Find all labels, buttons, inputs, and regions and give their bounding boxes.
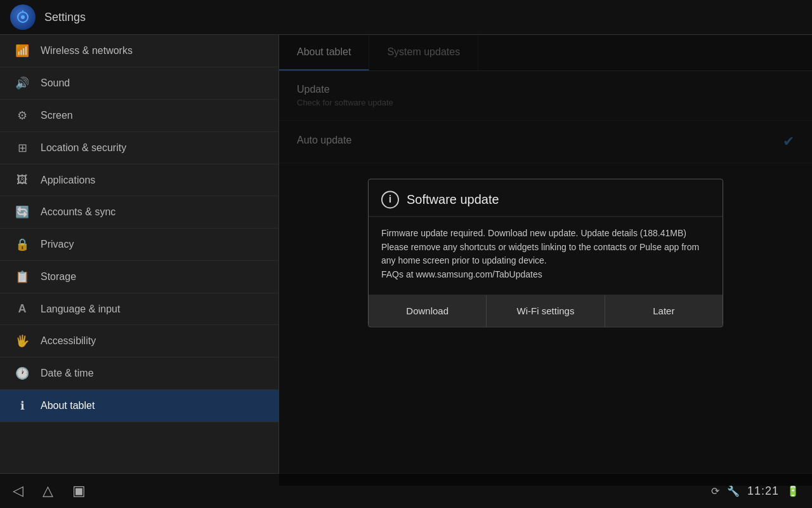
wifi-settings-button[interactable]: Wi-Fi settings <box>487 295 605 326</box>
sidebar-label-sound: Sound <box>41 77 70 89</box>
sidebar-label-storage: Storage <box>41 271 76 283</box>
sidebar: 📶 Wireless & networks 🔊 Sound ⚙ Screen ⊞… <box>0 35 279 486</box>
sidebar-item-sound[interactable]: 🔊 Sound <box>0 67 278 100</box>
accounts-icon: 🔄 <box>13 205 32 219</box>
wireless-icon: 📶 <box>13 44 32 58</box>
sidebar-item-wireless[interactable]: 📶 Wireless & networks <box>0 35 278 67</box>
sidebar-label-datetime: Date & time <box>41 368 94 379</box>
download-button[interactable]: Download <box>369 295 487 326</box>
sidebar-label-accounts: Accounts & sync <box>41 206 115 218</box>
content-area: About tablet System updates Update Check… <box>279 35 812 486</box>
sidebar-item-about[interactable]: ℹ About tablet <box>0 390 278 422</box>
sidebar-label-screen: Screen <box>41 110 73 121</box>
sidebar-item-location[interactable]: ⊞ Location & security <box>0 132 278 164</box>
main-layout: 📶 Wireless & networks 🔊 Sound ⚙ Screen ⊞… <box>0 35 812 486</box>
sidebar-label-language: Language & input <box>41 304 120 315</box>
home-button[interactable]: △ <box>43 483 53 499</box>
sidebar-label-about: About tablet <box>41 400 95 411</box>
software-update-dialog: i Software update Firmware update requir… <box>368 178 723 327</box>
sidebar-item-language[interactable]: A Language & input <box>0 293 278 325</box>
recents-button[interactable]: ▣ <box>72 483 86 499</box>
sidebar-item-accessibility[interactable]: 🖐 Accessibility <box>0 325 278 358</box>
sidebar-item-storage[interactable]: 📋 Storage <box>0 261 278 293</box>
sidebar-label-location: Location & security <box>41 142 126 154</box>
info-icon: i <box>381 190 399 208</box>
app-title: Settings <box>44 11 86 24</box>
sidebar-label-accessibility: Accessibility <box>41 335 96 347</box>
sidebar-label-privacy: Privacy <box>41 239 74 250</box>
sidebar-item-applications[interactable]: 🖼 Applications <box>0 164 278 196</box>
accessibility-icon: 🖐 <box>13 334 32 348</box>
settings-icon: 🔧 <box>727 485 740 497</box>
battery-icon: 🔋 <box>787 485 799 497</box>
top-bar: Settings <box>0 0 812 35</box>
dialog-title: Software update <box>407 192 499 207</box>
later-button[interactable]: Later <box>605 295 723 326</box>
svg-point-1 <box>21 15 25 19</box>
about-icon: ℹ <box>13 399 32 413</box>
privacy-icon: 🔒 <box>13 237 32 251</box>
screen-icon: ⚙ <box>13 109 32 123</box>
sidebar-item-accounts[interactable]: 🔄 Accounts & sync <box>0 196 278 229</box>
sound-icon: 🔊 <box>13 76 32 90</box>
dialog-body: Firmware update required. Download new u… <box>369 217 723 295</box>
location-icon: ⊞ <box>13 141 32 155</box>
sidebar-item-privacy[interactable]: 🔒 Privacy <box>0 229 278 261</box>
sidebar-label-applications: Applications <box>41 175 95 186</box>
storage-icon: 📋 <box>13 270 32 284</box>
app-logo <box>10 4 36 30</box>
bottom-nav: ◁ △ ▣ <box>13 483 86 499</box>
status-bar: ⟳ 🔧 11:21 🔋 <box>711 485 799 498</box>
applications-icon: 🖼 <box>13 173 32 187</box>
dialog-buttons: Download Wi-Fi settings Later <box>369 295 723 326</box>
sidebar-item-screen[interactable]: ⚙ Screen <box>0 100 278 132</box>
clock: 11:21 <box>747 485 779 498</box>
datetime-icon: 🕐 <box>13 366 32 380</box>
sync-icon: ⟳ <box>711 485 719 497</box>
sidebar-item-datetime[interactable]: 🕐 Date & time <box>0 358 278 390</box>
back-button[interactable]: ◁ <box>13 483 23 499</box>
language-icon: A <box>13 302 32 316</box>
dialog-header: i Software update <box>369 179 723 217</box>
sidebar-label-wireless: Wireless & networks <box>41 45 133 57</box>
